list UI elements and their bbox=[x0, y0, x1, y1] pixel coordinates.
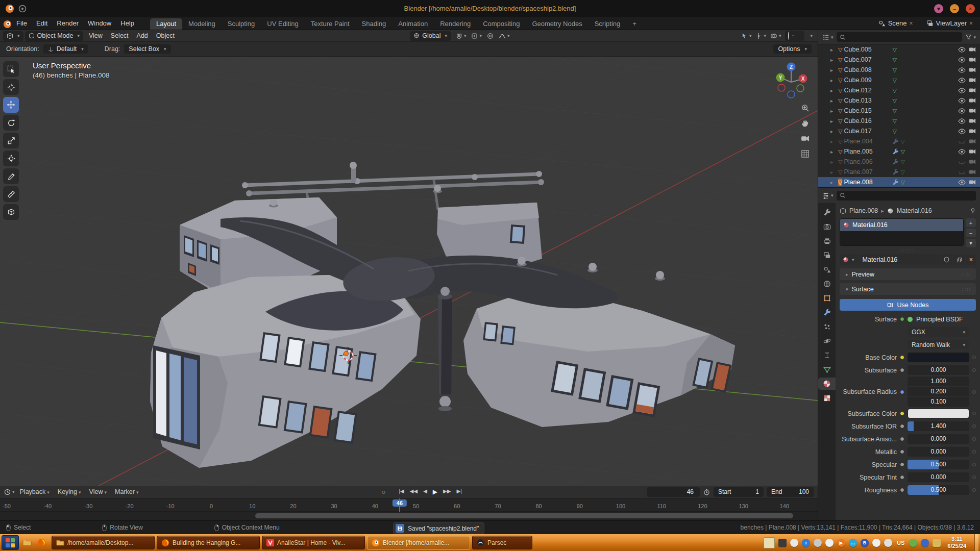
outliner-row[interactable]: ▸▽Cube.009▽ bbox=[818, 75, 980, 85]
outliner-row[interactable]: ▸▽Cube.017▽ bbox=[818, 126, 980, 136]
clipboard-tray-icon[interactable] bbox=[933, 539, 941, 547]
properties-tab-particles[interactable] bbox=[819, 320, 835, 333]
property-widget[interactable]: 1.400 bbox=[908, 421, 969, 431]
property-widget[interactable]: 1.0000.2000.100 bbox=[908, 377, 969, 407]
render-visibility-camera-icon[interactable] bbox=[969, 97, 976, 104]
expand-icon[interactable]: ▸ bbox=[830, 47, 837, 53]
scene-unlink-icon[interactable]: × bbox=[910, 20, 913, 27]
overlays-toggle-icon[interactable]: ▾ bbox=[770, 33, 781, 39]
expand-icon[interactable]: ▸ bbox=[830, 108, 837, 114]
properties-tab-tool[interactable] bbox=[819, 206, 835, 218]
vector-field[interactable]: 0.100 bbox=[908, 397, 969, 407]
options-dropdown[interactable]: Options ▾ bbox=[773, 44, 812, 54]
pan-hand-icon[interactable] bbox=[801, 119, 810, 128]
transform-orientation-dropdown[interactable]: Global ▾ bbox=[410, 31, 451, 41]
property-widget[interactable]: Principled BSDF bbox=[908, 316, 969, 323]
timeline-menu-view[interactable]: View▾ bbox=[85, 488, 111, 495]
expand-icon[interactable]: ▸ bbox=[830, 139, 837, 144]
snap-magnet-icon[interactable]: ▾ bbox=[456, 33, 467, 39]
render-visibility-camera-icon[interactable] bbox=[969, 158, 976, 165]
render-visibility-camera-icon[interactable] bbox=[969, 117, 976, 124]
shading-rendered-button[interactable] bbox=[800, 35, 802, 36]
color-swatch[interactable] bbox=[908, 353, 969, 362]
mode-dropdown[interactable]: Object Mode ▾ bbox=[25, 31, 83, 41]
animate-property-dot[interactable] bbox=[972, 450, 976, 454]
properties-tab-texture[interactable] bbox=[819, 392, 835, 404]
window-close-button[interactable]: × bbox=[966, 4, 975, 13]
frame-start-field[interactable]: Start 1 bbox=[714, 487, 764, 497]
render-visibility-camera-icon[interactable] bbox=[969, 87, 976, 94]
workspace-tab--[interactable]: + bbox=[626, 18, 643, 30]
eye-open-icon[interactable] bbox=[958, 128, 966, 135]
expand-icon[interactable]: ▸ bbox=[830, 67, 837, 73]
workspace-tab-modeling[interactable]: Modeling bbox=[182, 18, 222, 30]
eye-open-icon[interactable] bbox=[958, 56, 966, 64]
fake-user-shield-icon[interactable] bbox=[941, 254, 952, 265]
breadcrumb-material[interactable]: Material.016 bbox=[897, 207, 932, 214]
viewport-menu-add[interactable]: Add bbox=[133, 32, 152, 39]
animate-property-dot[interactable] bbox=[972, 390, 976, 394]
scene-selector[interactable]: Scene × bbox=[878, 19, 913, 27]
taskbar-window-blender[interactable]: Blender [/home/amalie... bbox=[367, 536, 470, 549]
transform-tool-button[interactable] bbox=[3, 151, 19, 166]
photos-tray-icon[interactable] bbox=[790, 539, 798, 547]
eye-closed-icon[interactable] bbox=[958, 168, 966, 176]
shading-wireframe-button[interactable] bbox=[787, 32, 790, 40]
unlink-material-icon[interactable]: × bbox=[966, 254, 976, 265]
eye-open-icon[interactable] bbox=[958, 66, 966, 74]
properties-editor-icon[interactable]: ▾ bbox=[822, 192, 834, 199]
outliner-row[interactable]: ▸▽Cube.013▽ bbox=[818, 95, 980, 106]
shading-material-button[interactable] bbox=[796, 35, 798, 36]
gizmos-toggle-icon[interactable]: ▾ bbox=[755, 33, 766, 39]
expand-icon[interactable]: ▸ bbox=[830, 88, 837, 93]
eye-open-icon[interactable] bbox=[958, 87, 966, 94]
timeline-editor-icon[interactable]: ▾ bbox=[4, 489, 15, 495]
properties-search-input[interactable] bbox=[837, 191, 976, 201]
animate-property-dot[interactable] bbox=[972, 368, 976, 372]
expand-icon[interactable]: ▸ bbox=[830, 78, 837, 83]
eye-open-icon[interactable] bbox=[958, 148, 966, 156]
frame-end-field[interactable]: End 100 bbox=[767, 487, 814, 497]
eye-open-icon[interactable] bbox=[958, 77, 966, 84]
render-visibility-camera-icon[interactable] bbox=[969, 77, 976, 84]
outliner-row[interactable]: ▸▽Cube.015▽ bbox=[818, 106, 980, 116]
outliner-row[interactable]: ▸▽Cube.005▽ bbox=[818, 44, 980, 55]
add-slot-button[interactable]: + bbox=[966, 218, 976, 227]
shading-options-caret[interactable]: ▾ bbox=[810, 33, 813, 38]
file-manager-launcher[interactable] bbox=[21, 537, 33, 549]
remove-slot-button[interactable]: − bbox=[966, 229, 976, 237]
menu-edit[interactable]: Edit bbox=[32, 17, 52, 30]
outliner-editor-icon[interactable]: ▾ bbox=[822, 34, 834, 41]
start-button[interactable] bbox=[2, 535, 19, 550]
measure-tool-button[interactable] bbox=[3, 186, 19, 202]
taskbar-clock[interactable]: 3:11 6/25/24 bbox=[944, 536, 969, 550]
prev-keyframe-button[interactable]: ◀◀ bbox=[407, 488, 420, 495]
selectability-filter-icon[interactable]: ▾ bbox=[741, 33, 752, 39]
properties-tab-material[interactable] bbox=[818, 378, 836, 390]
properties-tab-modifiers[interactable] bbox=[819, 306, 835, 318]
app-menu-icon[interactable] bbox=[18, 5, 27, 13]
volume-tray-icon[interactable] bbox=[872, 539, 880, 547]
window-minimize-button[interactable]: – bbox=[950, 4, 959, 13]
preview-panel-header[interactable]: ▸ Preview :::: bbox=[840, 268, 976, 280]
property-widget[interactable]: 0.000 bbox=[908, 434, 969, 444]
menu-window[interactable]: Window bbox=[83, 17, 116, 30]
expand-icon[interactable]: ▸ bbox=[830, 98, 837, 104]
timeline-scroll-thumb[interactable] bbox=[255, 513, 793, 518]
outliner-search-input[interactable] bbox=[837, 32, 963, 42]
taskbar-window-folder[interactable]: /home/amalie/Desktop... bbox=[52, 536, 155, 549]
eye-closed-icon[interactable] bbox=[958, 138, 966, 145]
filter-icon[interactable]: ▾ bbox=[965, 34, 976, 40]
animate-property-dot[interactable] bbox=[972, 463, 976, 466]
viewport-menu-object[interactable]: Object bbox=[152, 32, 179, 39]
eye-open-icon[interactable] bbox=[958, 97, 966, 105]
auto-keyframe-button[interactable]: ○ bbox=[379, 488, 388, 496]
workspace-tab-layout[interactable]: Layout bbox=[150, 18, 182, 30]
expand-icon[interactable]: ▸ bbox=[830, 159, 837, 165]
material-slot-list[interactable]: Material.016 bbox=[840, 218, 964, 246]
keyboard-tray-icon[interactable] bbox=[778, 539, 787, 547]
menu-file[interactable]: File bbox=[12, 17, 32, 30]
property-widget[interactable]: 0.500 bbox=[908, 485, 969, 495]
workspace-tab-rendering[interactable]: Rendering bbox=[434, 18, 477, 30]
properties-tab-output[interactable] bbox=[819, 235, 835, 247]
